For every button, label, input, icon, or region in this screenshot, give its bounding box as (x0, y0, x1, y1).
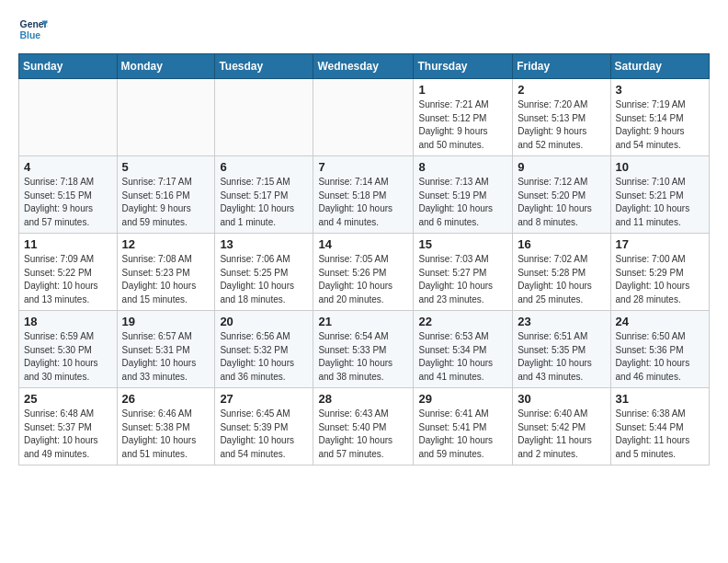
col-header-saturday: Saturday (610, 54, 709, 79)
day-info: Sunrise: 7:15 AM Sunset: 5:17 PM Dayligh… (220, 176, 308, 229)
day-number: 27 (220, 392, 308, 406)
day-info: Sunrise: 6:57 AM Sunset: 5:31 PM Dayligh… (122, 330, 210, 384)
page-header: General Blue (18, 15, 710, 44)
calendar-cell: 27Sunrise: 6:45 AM Sunset: 5:39 PM Dayli… (215, 388, 313, 465)
col-header-friday: Friday (513, 54, 610, 79)
svg-text:Blue: Blue (20, 30, 41, 40)
calendar-cell: 29Sunrise: 6:41 AM Sunset: 5:41 PM Dayli… (414, 388, 513, 465)
calendar-week-3: 11Sunrise: 7:09 AM Sunset: 5:22 PM Dayli… (19, 234, 710, 311)
day-info: Sunrise: 6:46 AM Sunset: 5:38 PM Dayligh… (122, 408, 210, 461)
calendar-cell (313, 79, 414, 156)
logo-icon: General Blue (18, 15, 48, 44)
day-number: 31 (616, 392, 704, 406)
day-info: Sunrise: 7:12 AM Sunset: 5:20 PM Dayligh… (518, 176, 605, 229)
day-number: 4 (24, 160, 112, 174)
calendar-cell: 7Sunrise: 7:14 AM Sunset: 5:18 PM Daylig… (313, 156, 414, 234)
day-info: Sunrise: 7:20 AM Sunset: 5:13 PM Dayligh… (518, 98, 605, 152)
calendar-week-5: 25Sunrise: 6:48 AM Sunset: 5:37 PM Dayli… (19, 388, 710, 465)
col-header-sunday: Sunday (19, 54, 118, 79)
calendar-cell: 2Sunrise: 7:20 AM Sunset: 5:13 PM Daylig… (513, 79, 610, 156)
day-info: Sunrise: 7:21 AM Sunset: 5:12 PM Dayligh… (418, 98, 507, 152)
day-number: 13 (220, 237, 308, 251)
logo: General Blue (18, 15, 51, 44)
day-info: Sunrise: 7:08 AM Sunset: 5:23 PM Dayligh… (122, 253, 210, 306)
calendar-cell: 5Sunrise: 7:17 AM Sunset: 5:16 PM Daylig… (117, 156, 215, 234)
calendar-cell: 25Sunrise: 6:48 AM Sunset: 5:37 PM Dayli… (19, 388, 118, 465)
day-number: 29 (418, 392, 507, 406)
calendar-week-2: 4Sunrise: 7:18 AM Sunset: 5:15 PM Daylig… (19, 156, 710, 234)
day-info: Sunrise: 6:53 AM Sunset: 5:34 PM Dayligh… (418, 330, 507, 384)
day-info: Sunrise: 7:00 AM Sunset: 5:29 PM Dayligh… (616, 253, 704, 306)
calendar-cell: 13Sunrise: 7:06 AM Sunset: 5:25 PM Dayli… (215, 234, 313, 311)
calendar-cell: 21Sunrise: 6:54 AM Sunset: 5:33 PM Dayli… (313, 311, 414, 388)
calendar-cell: 1Sunrise: 7:21 AM Sunset: 5:12 PM Daylig… (414, 79, 513, 156)
calendar-cell: 9Sunrise: 7:12 AM Sunset: 5:20 PM Daylig… (513, 156, 610, 234)
day-info: Sunrise: 6:43 AM Sunset: 5:40 PM Dayligh… (318, 408, 408, 461)
day-number: 26 (122, 392, 210, 406)
calendar-cell: 14Sunrise: 7:05 AM Sunset: 5:26 PM Dayli… (313, 234, 414, 311)
calendar-cell: 19Sunrise: 6:57 AM Sunset: 5:31 PM Dayli… (117, 311, 215, 388)
calendar-week-4: 18Sunrise: 6:59 AM Sunset: 5:30 PM Dayli… (19, 311, 710, 388)
calendar-cell: 28Sunrise: 6:43 AM Sunset: 5:40 PM Dayli… (313, 388, 414, 465)
day-number: 14 (318, 237, 408, 251)
day-info: Sunrise: 6:59 AM Sunset: 5:30 PM Dayligh… (24, 330, 112, 384)
day-info: Sunrise: 7:14 AM Sunset: 5:18 PM Dayligh… (318, 176, 408, 229)
day-number: 24 (616, 315, 704, 328)
day-info: Sunrise: 7:02 AM Sunset: 5:28 PM Dayligh… (518, 253, 605, 306)
calendar-cell: 6Sunrise: 7:15 AM Sunset: 5:17 PM Daylig… (215, 156, 313, 234)
day-info: Sunrise: 7:06 AM Sunset: 5:25 PM Dayligh… (220, 253, 308, 306)
calendar-body: 1Sunrise: 7:21 AM Sunset: 5:12 PM Daylig… (19, 79, 710, 465)
calendar-cell: 17Sunrise: 7:00 AM Sunset: 5:29 PM Dayli… (610, 234, 709, 311)
calendar-cell: 18Sunrise: 6:59 AM Sunset: 5:30 PM Dayli… (19, 311, 118, 388)
day-number: 9 (518, 160, 605, 174)
calendar-cell (19, 79, 118, 156)
day-info: Sunrise: 7:17 AM Sunset: 5:16 PM Dayligh… (122, 176, 210, 229)
day-info: Sunrise: 7:10 AM Sunset: 5:21 PM Dayligh… (616, 176, 704, 229)
day-info: Sunrise: 6:40 AM Sunset: 5:42 PM Dayligh… (518, 408, 605, 461)
calendar-cell: 8Sunrise: 7:13 AM Sunset: 5:19 PM Daylig… (414, 156, 513, 234)
col-header-wednesday: Wednesday (313, 54, 414, 79)
day-number: 6 (220, 160, 308, 174)
day-number: 8 (418, 160, 507, 174)
day-info: Sunrise: 6:41 AM Sunset: 5:41 PM Dayligh… (418, 408, 507, 461)
calendar-cell: 16Sunrise: 7:02 AM Sunset: 5:28 PM Dayli… (513, 234, 610, 311)
day-info: Sunrise: 6:56 AM Sunset: 5:32 PM Dayligh… (220, 330, 308, 384)
day-number: 21 (318, 315, 408, 328)
day-number: 28 (318, 392, 408, 406)
day-number: 2 (518, 83, 605, 97)
calendar-cell: 12Sunrise: 7:08 AM Sunset: 5:23 PM Dayli… (117, 234, 215, 311)
day-number: 30 (518, 392, 605, 406)
calendar-cell: 23Sunrise: 6:51 AM Sunset: 5:35 PM Dayli… (513, 311, 610, 388)
calendar-cell: 30Sunrise: 6:40 AM Sunset: 5:42 PM Dayli… (513, 388, 610, 465)
day-number: 18 (24, 315, 112, 328)
day-number: 1 (418, 83, 507, 97)
day-info: Sunrise: 7:13 AM Sunset: 5:19 PM Dayligh… (418, 176, 507, 229)
col-header-tuesday: Tuesday (215, 54, 313, 79)
day-number: 11 (24, 237, 112, 251)
day-number: 12 (122, 237, 210, 251)
day-number: 16 (518, 237, 605, 251)
calendar-cell: 24Sunrise: 6:50 AM Sunset: 5:36 PM Dayli… (610, 311, 709, 388)
calendar-cell: 15Sunrise: 7:03 AM Sunset: 5:27 PM Dayli… (414, 234, 513, 311)
day-info: Sunrise: 6:51 AM Sunset: 5:35 PM Dayligh… (518, 330, 605, 384)
calendar-cell: 31Sunrise: 6:38 AM Sunset: 5:44 PM Dayli… (610, 388, 709, 465)
calendar-cell: 3Sunrise: 7:19 AM Sunset: 5:14 PM Daylig… (610, 79, 709, 156)
day-number: 5 (122, 160, 210, 174)
day-number: 25 (24, 392, 112, 406)
day-number: 17 (616, 237, 704, 251)
calendar-cell (215, 79, 313, 156)
day-info: Sunrise: 6:45 AM Sunset: 5:39 PM Dayligh… (220, 408, 308, 461)
calendar-week-1: 1Sunrise: 7:21 AM Sunset: 5:12 PM Daylig… (19, 79, 710, 156)
day-info: Sunrise: 7:05 AM Sunset: 5:26 PM Dayligh… (318, 253, 408, 306)
calendar-cell: 22Sunrise: 6:53 AM Sunset: 5:34 PM Dayli… (414, 311, 513, 388)
day-number: 10 (616, 160, 704, 174)
day-number: 19 (122, 315, 210, 328)
calendar-cell: 11Sunrise: 7:09 AM Sunset: 5:22 PM Dayli… (19, 234, 118, 311)
day-info: Sunrise: 7:09 AM Sunset: 5:22 PM Dayligh… (24, 253, 112, 306)
day-number: 22 (418, 315, 507, 328)
calendar-cell: 10Sunrise: 7:10 AM Sunset: 5:21 PM Dayli… (610, 156, 709, 234)
day-number: 3 (616, 83, 704, 97)
day-number: 23 (518, 315, 605, 328)
day-number: 20 (220, 315, 308, 328)
day-info: Sunrise: 7:18 AM Sunset: 5:15 PM Dayligh… (24, 176, 112, 229)
